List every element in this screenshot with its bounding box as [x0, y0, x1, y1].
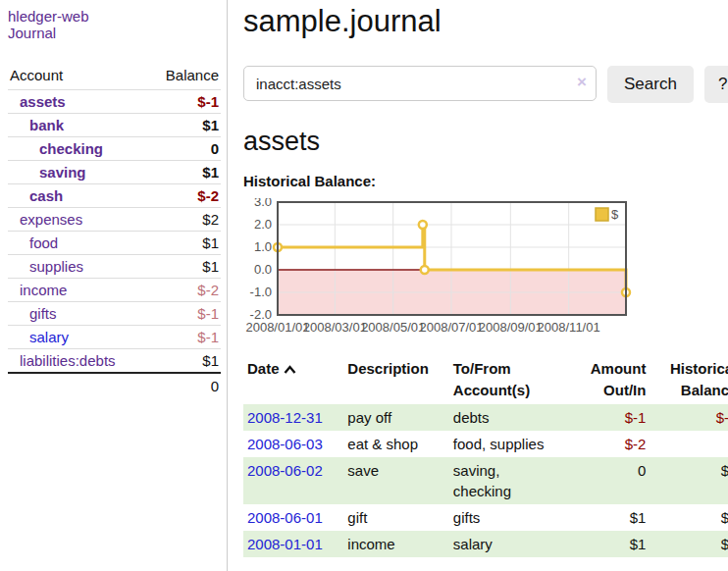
- account-link-saving[interactable]: saving: [39, 164, 86, 181]
- transaction-date-link[interactable]: 2008-06-01: [247, 509, 323, 526]
- svg-text:2008/11/01: 2008/11/01: [538, 320, 600, 335]
- chart-legend: $: [596, 207, 619, 222]
- register-header-historical: HistoricalBalance: [650, 355, 728, 404]
- transaction-description: save: [343, 457, 449, 504]
- chart-title: Historical Balance:: [243, 173, 728, 189]
- svg-text:-1.0: -1.0: [250, 285, 272, 299]
- account-balance: $-1: [148, 302, 221, 326]
- account-balance: $1: [148, 349, 221, 374]
- account-balance: $1: [148, 255, 221, 279]
- register-header-tofrom: To/FromAccount(s): [449, 355, 583, 404]
- transaction-accounts: salary: [449, 531, 583, 557]
- transaction-balance: $-1: [650, 404, 728, 431]
- accounts-header-balance: Balance: [148, 62, 221, 90]
- svg-text:3.0: 3.0: [254, 198, 272, 209]
- transaction-row: 2008-01-01incomesalary$1$1: [243, 531, 728, 557]
- transaction-accounts: saving, checking: [449, 457, 583, 504]
- transaction-row: 2008-06-01giftgifts$1$2: [243, 504, 728, 531]
- register-table: DateDescriptionTo/FromAccount(s)AmountOu…: [243, 355, 728, 557]
- account-link-assets[interactable]: assets: [20, 93, 66, 110]
- account-balance: $1: [148, 114, 221, 137]
- account-link-food[interactable]: food: [29, 234, 58, 251]
- account-link-cash[interactable]: cash: [29, 187, 63, 204]
- account-row: income$-2: [8, 279, 221, 302]
- account-row: expenses$2: [8, 208, 221, 232]
- account-row: gifts$-1: [8, 302, 221, 326]
- transaction-date-link[interactable]: 2008-06-02: [247, 462, 323, 479]
- svg-text:2008/01/01: 2008/01/01: [245, 320, 309, 335]
- transaction-amount: $-1: [583, 404, 650, 431]
- account-link-income[interactable]: income: [20, 282, 67, 298]
- register-header-description: Description: [343, 355, 449, 404]
- accounts-total-row: 0: [8, 373, 221, 398]
- transaction-row: 2008-06-03eat & shopfood, supplies$-20: [243, 431, 728, 457]
- help-button[interactable]: ?: [704, 66, 728, 103]
- sort-ascending-icon: [284, 365, 296, 375]
- accounts-header-account: Account: [8, 62, 148, 90]
- chart-svg: $3.02.01.00.0-1.0-2.02008/01/012008/03/0…: [243, 198, 632, 338]
- transaction-date-link[interactable]: 2008-06-03: [247, 436, 323, 452]
- account-balance: $-1: [148, 90, 221, 114]
- account-row: liabilities:debts$1: [8, 349, 221, 374]
- account-heading: assets: [243, 127, 728, 157]
- page-title: sample.journal: [243, 4, 728, 39]
- account-balance: $2: [148, 208, 221, 232]
- account-link-bank[interactable]: bank: [29, 117, 64, 133]
- account-row: saving$1: [8, 161, 221, 184]
- account-row: salary$-1: [8, 326, 221, 349]
- transaction-row: 2008-12-31pay offdebts$-1$-1: [243, 404, 728, 431]
- transaction-description: income: [343, 531, 449, 557]
- transaction-date-link[interactable]: 2008-01-01: [247, 536, 323, 552]
- account-link-expenses[interactable]: expenses: [20, 211, 82, 228]
- clear-search-icon[interactable]: ×: [577, 73, 587, 92]
- svg-text:1.0: 1.0: [254, 239, 272, 254]
- transaction-date-link[interactable]: 2008-12-31: [247, 409, 323, 426]
- account-row: cash$-2: [8, 184, 221, 208]
- account-balance: $-2: [148, 279, 221, 302]
- search-input[interactable]: [243, 66, 597, 101]
- transaction-description: pay off: [343, 404, 449, 431]
- account-balance: 0: [148, 137, 221, 161]
- transaction-amount: $1: [583, 504, 650, 531]
- account-row: bank$1: [8, 114, 221, 137]
- account-row: assets$-1: [8, 90, 221, 114]
- account-link-salary[interactable]: salary: [29, 329, 69, 345]
- account-balance: $1: [148, 232, 221, 255]
- transaction-accounts: debts: [449, 404, 583, 431]
- svg-text:2008/03/01: 2008/03/01: [303, 320, 367, 335]
- account-link-supplies[interactable]: supplies: [29, 258, 83, 275]
- transaction-accounts: food, supplies: [449, 431, 583, 457]
- transaction-description: gift: [343, 504, 449, 531]
- account-balance: $1: [148, 161, 221, 184]
- svg-text:2008/07/01: 2008/07/01: [419, 320, 483, 335]
- accounts-table: Account Balance assets$-1bank$1checking0…: [8, 62, 221, 398]
- transaction-balance: 0: [650, 431, 728, 457]
- account-balance: $-2: [148, 184, 221, 208]
- register-header-amount: AmountOut/In: [583, 355, 650, 404]
- transaction-row: 2008-06-02savesaving, checking0$2: [243, 457, 728, 504]
- transaction-description: eat & shop: [343, 431, 449, 457]
- svg-text:2.0: 2.0: [254, 217, 272, 232]
- account-link-liabilities-debts[interactable]: liabilities:debts: [20, 352, 116, 369]
- account-balance: $-1: [148, 326, 221, 349]
- transaction-accounts: gifts: [449, 504, 583, 531]
- transaction-amount: $1: [583, 531, 650, 557]
- sidebar-item-journal[interactable]: Journal: [8, 25, 221, 41]
- svg-text:2008/09/01: 2008/09/01: [479, 320, 543, 335]
- app-window: hledger-web Journal Account Balance asse…: [0, 0, 728, 571]
- accounts-total: 0: [148, 373, 221, 398]
- search-button[interactable]: Search: [607, 66, 694, 103]
- svg-text:$: $: [611, 207, 619, 222]
- transaction-balance: $2: [650, 504, 728, 531]
- account-row: checking0: [8, 137, 221, 161]
- account-link-checking[interactable]: checking: [39, 140, 103, 157]
- account-link-gifts[interactable]: gifts: [29, 305, 57, 322]
- transaction-balance: $1: [650, 531, 728, 557]
- transaction-amount: 0: [583, 457, 650, 504]
- account-row: supplies$1: [8, 255, 221, 279]
- register-header-date[interactable]: Date: [243, 355, 343, 404]
- brand-link[interactable]: hledger-web: [8, 8, 89, 25]
- search-form: × Search ?: [243, 66, 728, 103]
- historical-balance-chart: $3.02.01.00.0-1.0-2.02008/01/012008/03/0…: [243, 198, 728, 341]
- main-content: sample.journal × Search ? assets Histori…: [228, 0, 728, 571]
